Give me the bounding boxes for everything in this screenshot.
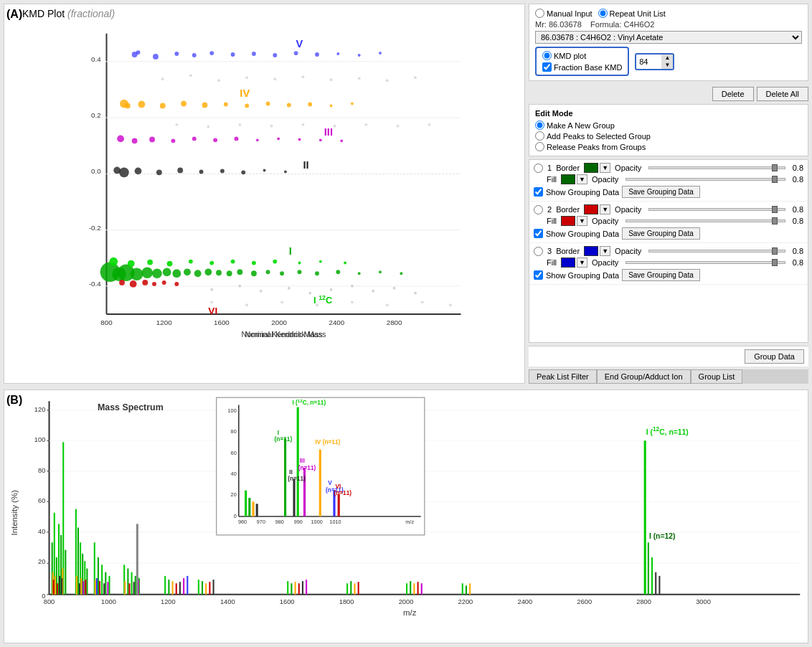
svg-rect-233 [133,582,135,595]
svg-point-37 [160,103,166,109]
peak-list-filter-tab[interactable]: Peak List Filter [529,369,597,384]
svg-text:2200: 2200 [458,598,473,605]
svg-text:Nominal Kendrick Mass: Nominal Kendrick Mass [245,330,326,339]
group-1-radio[interactable] [534,164,543,173]
group-1-fill-dropdown[interactable]: ▼ [577,174,587,184]
svg-point-52 [192,136,197,141]
group-1-show-checkbox[interactable] [534,187,543,197]
svg-point-78 [163,268,171,276]
svg-rect-215 [82,581,84,595]
group-1-save-btn[interactable]: Save Grouping Data [622,186,700,198]
svg-rect-244 [202,581,203,595]
svg-point-140 [301,123,304,126]
repeat-unit-list-radio[interactable]: Repeat Unit List [598,9,666,18]
make-new-group-radio[interactable]: Make A New Group [535,121,802,130]
svg-point-29 [315,52,319,57]
svg-rect-251 [298,583,300,595]
svg-point-132 [330,78,333,81]
group-2-row: 2 Border ▼ Opacity 0.8 [529,202,808,243]
group-3-opacity-slider[interactable] [772,247,778,255]
fraction-base-kmd-checkbox[interactable]: Fraction Base KMD [542,62,622,72]
end-group-tab[interactable]: End Group/Adduct Ion [597,369,691,384]
svg-rect-289 [297,407,299,516]
group-3-border-dropdown[interactable]: ▼ [600,246,610,256]
svg-point-110 [130,280,137,288]
group-1-opacity-slider[interactable] [772,164,778,171]
svg-point-41 [245,104,249,108]
group-3-show-checkbox[interactable] [534,270,543,280]
spinbox-up[interactable]: ▲ [661,55,673,62]
svg-point-92 [358,272,361,275]
group-1-fill-opacity-slider[interactable] [772,176,778,183]
spinbox-input[interactable] [636,57,661,66]
svg-text:-0.2: -0.2 [89,224,101,232]
svg-point-48 [117,136,124,143]
group-2-show-checkbox[interactable] [534,229,543,238]
svg-rect-210 [86,569,88,595]
svg-text:1000: 1000 [311,519,323,525]
svg-point-104 [252,261,256,265]
svg-rect-203 [59,576,60,595]
group-3-fill-opacity-slider[interactable] [772,259,778,266]
delete-all-button[interactable]: Delete All [757,87,808,101]
svg-point-31 [358,54,361,57]
svg-point-148 [316,303,318,306]
svg-rect-248 [287,581,288,595]
spinbox-down[interactable]: ▼ [661,62,673,69]
svg-text:II: II [303,159,308,171]
svg-rect-223 [103,583,105,595]
add-peaks-radio[interactable]: Add Peaks to Selected Group [535,131,802,141]
svg-text:3000: 3000 [696,598,711,605]
svg-rect-229 [135,576,136,595]
svg-rect-290 [284,438,286,516]
tabs-row: Peak List Filter End Group/Adduct Ion Gr… [529,369,808,384]
group-2-fill-opacity-slider[interactable] [772,217,778,225]
svg-text:I: I [289,245,292,257]
svg-point-56 [277,137,280,140]
svg-point-45 [330,104,333,107]
svg-text:V: V [296,38,303,49]
svg-point-146 [245,303,248,306]
kmd-plot-radio[interactable]: KMD plot [542,51,622,60]
group-3-fill-dropdown[interactable]: ▼ [577,258,587,268]
group-1-border-dropdown[interactable]: ▼ [600,163,610,173]
delete-button[interactable]: Delete [712,87,754,101]
compound-dropdown[interactable]: 86.03678 : C4H6O2 : Vinyl Acetate [535,31,802,44]
svg-rect-221 [95,580,96,595]
svg-rect-296 [252,501,254,516]
group-data-button[interactable]: Group Data [745,349,804,364]
manual-input-radio[interactable]: Manual Input [535,9,593,18]
group-2-fill-dropdown[interactable]: ▼ [577,216,587,226]
svg-text:m/z: m/z [405,519,414,525]
svg-point-131 [301,75,304,78]
svg-point-112 [152,282,156,286]
svg-text:I (n=12): I (n=12) [649,532,676,540]
svg-point-121 [330,288,333,291]
svg-rect-236 [164,576,166,595]
kmd-plot-title: KMD Plot (fractional) [22,8,115,19]
svg-point-62 [119,168,129,178]
svg-rect-211 [76,576,77,595]
group-2-opacity-slider[interactable] [772,206,778,213]
svg-point-84 [227,270,232,276]
svg-text:40: 40 [231,471,237,477]
svg-text:Mass Spectrum: Mass Spectrum [98,402,164,412]
group-list-tab[interactable]: Group List [691,369,743,384]
group-3-radio[interactable] [534,247,543,256]
svg-rect-265 [469,583,471,595]
svg-rect-264 [466,585,467,594]
group-2-border-color [584,204,598,214]
svg-rect-222 [99,581,100,595]
release-peaks-radio[interactable]: Release Peaks from Groups [535,142,802,151]
group-3-save-btn[interactable]: Save Grouping Data [622,269,700,281]
group-2-border-dropdown[interactable]: ▼ [600,204,610,214]
svg-text:IV (n=11): IV (n=11) [316,438,341,445]
svg-point-87 [266,270,270,274]
svg-point-124 [393,287,396,290]
svg-text:2000: 2000 [399,598,414,605]
svg-rect-299 [338,494,340,516]
svg-point-42 [266,102,270,106]
edit-mode-title: Edit Mode [535,109,802,118]
group-2-save-btn[interactable]: Save Grouping Data [622,227,700,240]
group-2-radio[interactable] [534,205,543,214]
